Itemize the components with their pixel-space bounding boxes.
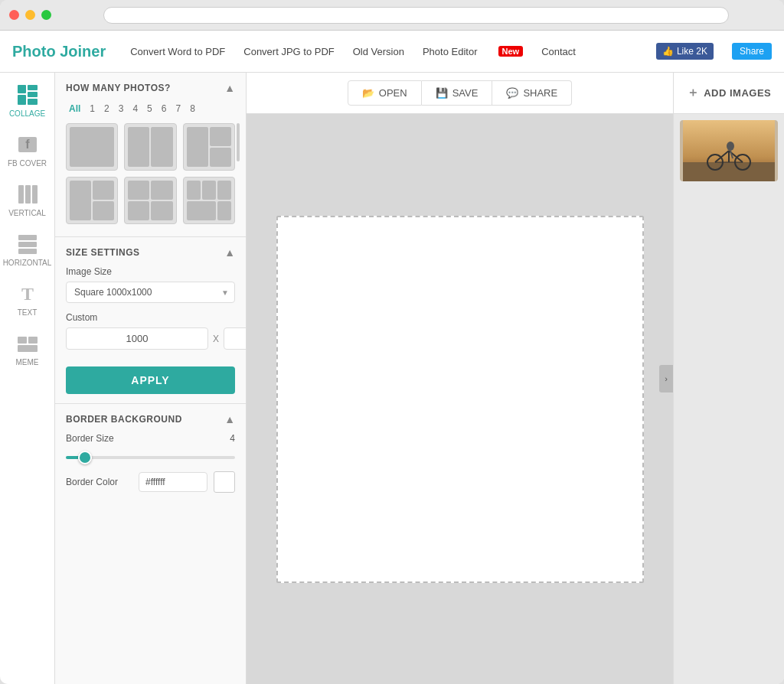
svg-rect-12: [18, 249, 37, 254]
add-images-label: ADD IMAGES: [704, 87, 771, 99]
add-images-button[interactable]: ＋ ADD IMAGES: [674, 73, 784, 114]
sidebar-item-text[interactable]: T TEXT: [0, 275, 54, 324]
sidebar-item-fb-cover[interactable]: f FB COVER: [0, 125, 54, 175]
size-settings-collapse[interactable]: ▲: [224, 246, 235, 259]
image-size-select[interactable]: Square 1000x1000 Landscape 1200x800 Port…: [66, 282, 235, 303]
open-button[interactable]: 📂 OPEN: [348, 80, 422, 106]
count-tab-3[interactable]: 3: [116, 102, 127, 116]
svg-rect-2: [28, 92, 38, 97]
nav-convert-word[interactable]: Convert Word to PDF: [130, 46, 225, 57]
layout-thumb-1[interactable]: [66, 123, 118, 171]
svg-rect-3: [18, 95, 26, 105]
nav-photo-editor[interactable]: Photo Editor: [423, 46, 478, 57]
layout-thumb-3[interactable]: [183, 123, 235, 171]
count-tab-8[interactable]: 8: [187, 102, 198, 116]
save-button[interactable]: 💾 SAVE: [422, 80, 493, 106]
border-size-slider-wrap: [66, 448, 235, 462]
plus-icon: ＋: [687, 85, 700, 101]
share-icon: 💬: [506, 87, 518, 99]
nav-contact[interactable]: Contact: [541, 46, 576, 57]
count-tab-2[interactable]: 2: [101, 102, 113, 116]
border-color-hex-input[interactable]: #ffffff: [139, 472, 207, 492]
svg-rect-14: [18, 337, 27, 344]
close-button[interactable]: [9, 10, 19, 20]
apply-button[interactable]: APPLY: [66, 366, 235, 394]
border-size-slider[interactable]: [66, 456, 235, 459]
layout-thumb-5[interactable]: [124, 177, 176, 224]
url-bar[interactable]: [103, 7, 729, 24]
new-badge: New: [498, 46, 524, 57]
text-icon: T: [16, 282, 39, 305]
title-bar: [0, 0, 784, 31]
svg-rect-0: [18, 85, 26, 93]
x-separator: X: [213, 334, 219, 344]
minimize-button[interactable]: [25, 10, 35, 20]
svg-rect-11: [18, 242, 37, 247]
border-background-collapse[interactable]: ▲: [224, 413, 235, 425]
how-many-photos-collapse[interactable]: ▲: [224, 82, 235, 94]
open-icon: 📂: [362, 87, 374, 99]
how-many-photos-title: HOW MANY PHOTOS?: [66, 83, 171, 93]
gallery-image-1[interactable]: [680, 120, 778, 181]
fb-like-button[interactable]: 👍 Like 2K: [656, 43, 714, 60]
horizontal-icon: [16, 233, 39, 256]
svg-rect-18: [683, 162, 775, 181]
border-background-header: BORDER BACKGROUND ▲: [66, 413, 235, 425]
main-area: COLLAGE f FB COVER: [0, 73, 784, 684]
fb-cover-icon: f: [16, 133, 39, 156]
app-window: Photo Joiner Convert Word to PDF Convert…: [0, 0, 784, 684]
border-color-row: Border Color #ffffff: [66, 471, 235, 493]
collage-label: COLLAGE: [9, 109, 45, 118]
meme-label: MEME: [16, 358, 39, 366]
text-label: TEXT: [18, 308, 38, 317]
count-tab-6[interactable]: 6: [158, 102, 170, 116]
border-background-title: BORDER BACKGROUND: [66, 414, 182, 425]
toolbar: 📂 OPEN 💾 SAVE 💬 SHARE: [247, 73, 673, 114]
size-settings-section: SIZE SETTINGS ▲ Image Size Square 1000x1…: [55, 237, 246, 403]
nav-bar: Photo Joiner Convert Word to PDF Convert…: [0, 31, 784, 73]
custom-height-input[interactable]: 1000: [224, 327, 247, 350]
fb-share-button[interactable]: Share: [732, 43, 772, 60]
how-many-photos-header: HOW MANY PHOTOS? ▲: [66, 82, 235, 94]
panel-collapse-arrow[interactable]: ›: [659, 365, 673, 392]
svg-rect-8: [25, 185, 31, 204]
border-size-label: Border Size: [66, 433, 114, 444]
count-tab-7[interactable]: 7: [172, 102, 184, 116]
custom-width-input[interactable]: 1000: [66, 327, 208, 350]
vertical-icon: [16, 183, 39, 206]
border-background-section: BORDER BACKGROUND ▲ Border Size 4 Border…: [55, 404, 246, 502]
layout-grid: [66, 123, 235, 227]
count-tab-1[interactable]: 1: [87, 102, 98, 116]
right-panel: ＋ ADD IMAGES: [673, 73, 784, 684]
border-size-value: 4: [230, 433, 235, 444]
custom-label: Custom: [66, 312, 235, 323]
border-color-swatch[interactable]: [214, 471, 235, 493]
canvas-wrap: [261, 114, 659, 684]
border-size-row: Border Size 4: [66, 433, 235, 444]
size-settings-title: SIZE SETTINGS: [66, 247, 140, 258]
how-many-photos-section: HOW MANY PHOTOS? ▲ All 1 2 3 4 5 6 7 8: [55, 73, 246, 236]
collage-icon: [16, 83, 39, 106]
custom-row: 1000 X 1000: [66, 327, 235, 350]
layout-thumb-6[interactable]: [183, 177, 235, 224]
layout-thumb-2[interactable]: [124, 123, 176, 171]
control-panel: HOW MANY PHOTOS? ▲ All 1 2 3 4 5 6 7 8: [55, 73, 247, 684]
meme-icon: [16, 332, 39, 355]
maximize-button[interactable]: [41, 10, 51, 20]
share-button[interactable]: 💬 SHARE: [492, 80, 572, 106]
icon-sidebar: COLLAGE f FB COVER: [0, 73, 55, 684]
layout-thumb-4[interactable]: [66, 177, 118, 224]
image-size-select-wrap: Square 1000x1000 Landscape 1200x800 Port…: [66, 282, 235, 303]
nav-convert-jpg[interactable]: Convert JPG to PDF: [243, 46, 334, 57]
count-tab-5[interactable]: 5: [144, 102, 155, 116]
count-tab-all[interactable]: All: [66, 102, 83, 116]
collage-canvas[interactable]: [276, 216, 644, 583]
count-tab-4[interactable]: 4: [129, 102, 141, 116]
svg-rect-16: [18, 345, 38, 352]
sidebar-item-horizontal[interactable]: HORIZONTAL: [0, 225, 54, 275]
sidebar-item-collage[interactable]: COLLAGE: [0, 76, 54, 125]
nav-old-version[interactable]: Old Version: [353, 46, 404, 57]
sidebar-item-meme[interactable]: MEME: [0, 324, 54, 374]
fb-icon: 👍: [662, 46, 674, 57]
sidebar-item-vertical[interactable]: VERTICAL: [0, 175, 54, 225]
